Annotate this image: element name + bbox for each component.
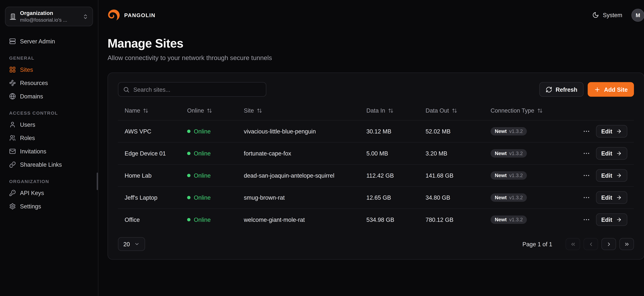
prev-page-button[interactable] (584, 238, 598, 250)
add-site-label: Add Site (604, 86, 628, 93)
search-input[interactable] (134, 86, 261, 93)
sidebar-item-label: Users (20, 121, 35, 128)
row-menu-button[interactable] (582, 193, 591, 202)
cell-actions: Edit (576, 125, 634, 138)
sidebar-section-organization: ORGANIZATION (9, 179, 89, 184)
table-row: Office Online welcome-giant-mole-rat 534… (118, 208, 634, 230)
refresh-label: Refresh (556, 86, 578, 93)
sidebar-item-shareable-links[interactable]: Shareable Links (5, 158, 93, 171)
row-menu-button[interactable] (582, 149, 591, 158)
row-menu-button[interactable] (582, 127, 591, 136)
edit-button[interactable]: Edit (596, 191, 627, 204)
next-page-button[interactable] (602, 238, 616, 250)
sidebar-item-api-keys[interactable]: API Keys (5, 186, 93, 200)
column-header-data-in[interactable]: Data In (360, 107, 419, 114)
main-content: PANGOLIN System M Manage Sites Allow con… (98, 0, 644, 296)
sidebar-item-label: Shareable Links (20, 161, 62, 168)
sidebar-scrollbar-thumb[interactable] (97, 172, 98, 190)
arrow-right-icon (616, 195, 622, 200)
cell-data-out: 780.12 GB (419, 216, 484, 223)
column-header-connection-type[interactable]: Connection Type (484, 107, 576, 114)
topbar: PANGOLIN System M (108, 0, 644, 30)
chevrons-right-icon (624, 241, 630, 247)
sidebar: Organization milo@fossorial.io's ... Ser… (0, 0, 98, 296)
toolbar-actions: Refresh Add Site (540, 82, 634, 96)
sidebar-item-label: Domains (20, 93, 43, 100)
ellipsis-icon (582, 172, 590, 179)
link-icon (9, 161, 16, 168)
cell-site: smug-brown-rat (237, 194, 360, 201)
sidebar-item-label: API Keys (20, 190, 44, 196)
cell-site: vivacious-little-blue-penguin (237, 128, 360, 134)
ellipsis-icon (582, 194, 590, 201)
globe-icon (9, 93, 16, 100)
sidebar-item-domains[interactable]: Domains (5, 90, 93, 103)
cell-actions: Edit (576, 169, 634, 182)
card-toolbar: Refresh Add Site (118, 82, 634, 96)
column-header-name[interactable]: Name (118, 107, 180, 114)
cell-online: Online (180, 150, 237, 157)
theme-label: System (603, 12, 622, 18)
online-status: Online (194, 128, 211, 134)
table-row: Edge Device 01 Online fortunate-cape-fox… (118, 142, 634, 164)
add-site-button[interactable]: Add Site (588, 82, 634, 96)
table-header-row: Name Online Site Data In (118, 101, 634, 120)
online-status: Online (194, 194, 211, 201)
sort-icon (143, 108, 148, 113)
sidebar-item-settings[interactable]: Settings (5, 200, 93, 213)
edit-button[interactable]: Edit (596, 125, 627, 138)
first-page-button[interactable] (566, 238, 580, 250)
sidebar-section-general: GENERAL (9, 56, 89, 60)
online-dot-icon (187, 218, 190, 221)
chevron-right-icon (606, 241, 612, 247)
sidebar-item-label: Resources (20, 80, 48, 86)
sidebar-item-label: Roles (20, 134, 35, 141)
ellipsis-icon (582, 128, 590, 135)
connection-type-badge: Newt v1.3.2 (490, 216, 527, 224)
org-switcher[interactable]: Organization milo@fossorial.io's ... (5, 7, 93, 26)
rows-per-page-select[interactable]: 20 (118, 237, 145, 251)
cell-data-in: 12.65 GB (360, 194, 419, 201)
online-status: Online (194, 216, 211, 223)
online-dot-icon (187, 174, 190, 177)
edit-button[interactable]: Edit (596, 147, 627, 160)
table-row: Home Lab Online dead-san-joaquin-antelop… (118, 164, 634, 186)
row-menu-button[interactable] (582, 215, 591, 224)
rows-per-page-value: 20 (124, 241, 130, 248)
chevron-down-icon (134, 242, 140, 247)
sidebar-nav: Server Admin GENERAL Sites Resources Dom… (5, 35, 93, 213)
table-row: Jeff's Laptop Online smug-brown-rat 12.6… (118, 186, 634, 208)
edit-button[interactable]: Edit (596, 169, 627, 182)
last-page-button[interactable] (620, 238, 634, 250)
connection-type-badge: Newt v1.3.2 (490, 194, 527, 202)
sidebar-item-resources[interactable]: Resources (5, 76, 93, 90)
column-header-site[interactable]: Site (237, 107, 360, 114)
cell-name: AWS VPC (118, 128, 180, 134)
sites-table: Name Online Site Data In (118, 101, 634, 230)
column-header-online[interactable]: Online (180, 107, 237, 114)
sidebar-item-invitations[interactable]: Invitations (5, 145, 93, 158)
column-header-data-out[interactable]: Data Out (419, 107, 484, 114)
search-box (118, 82, 266, 96)
online-status: Online (194, 172, 211, 179)
sites-card: Refresh Add Site Name Online (108, 72, 644, 260)
sidebar-item-roles[interactable]: Roles (5, 131, 93, 145)
sidebar-item-sites[interactable]: Sites (5, 63, 93, 76)
moon-icon (592, 12, 599, 18)
sort-icon (207, 108, 212, 113)
card-footer: 20 Page 1 of 1 (118, 237, 634, 251)
online-status: Online (194, 150, 211, 157)
row-menu-button[interactable] (582, 171, 591, 180)
cell-connection-type: Newt v1.3.2 (484, 149, 576, 158)
edit-button[interactable]: Edit (596, 214, 627, 226)
cell-online: Online (180, 172, 237, 179)
avatar[interactable]: M (632, 8, 644, 22)
topbar-right: System M (592, 8, 644, 22)
theme-toggle[interactable]: System (592, 12, 622, 18)
brand-logo[interactable]: PANGOLIN (108, 8, 156, 22)
refresh-button[interactable]: Refresh (540, 82, 584, 96)
sidebar-item-server-admin[interactable]: Server Admin (5, 35, 93, 48)
sidebar-item-users[interactable]: Users (5, 118, 93, 132)
sort-icon (257, 108, 262, 113)
plus-icon (594, 86, 601, 93)
